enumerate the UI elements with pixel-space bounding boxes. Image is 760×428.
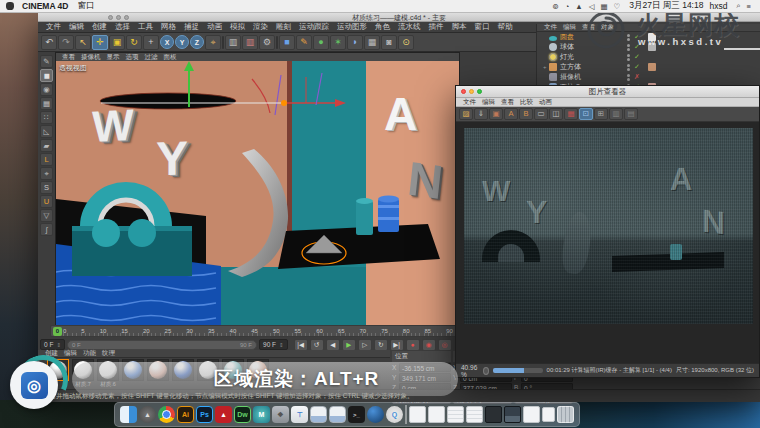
visibility-dots[interactable] xyxy=(624,54,632,61)
main-menu-item[interactable]: 脚本 xyxy=(448,22,471,32)
picture-viewer-titlebar[interactable]: 图片查看器 xyxy=(456,86,759,98)
time-machine-icon[interactable]: ◔ xyxy=(565,2,570,11)
rotate-tool-icon[interactable]: ↻ xyxy=(126,35,142,50)
picture-viewer-menu-item[interactable]: 比较 xyxy=(517,98,536,107)
magnet-snap-icon[interactable]: U xyxy=(40,195,53,208)
acrobat-reader[interactable]: ▲ xyxy=(215,406,232,423)
volume-icon[interactable]: ◁ xyxy=(589,2,595,11)
camera-icon[interactable]: ◙ xyxy=(381,35,397,50)
object-name[interactable]: 立方体 xyxy=(560,62,624,72)
terminal[interactable]: >_ xyxy=(348,406,365,423)
finder[interactable] xyxy=(120,406,137,423)
dream weaver[interactable]: Dw xyxy=(234,406,251,423)
minimized-doc-1[interactable] xyxy=(409,406,426,423)
main-menu-item[interactable]: 帮助 xyxy=(494,22,517,32)
main-menu-item[interactable]: 流水线 xyxy=(394,22,425,32)
workplane-mode-icon[interactable]: ▦ xyxy=(40,97,53,110)
loop-button[interactable]: ↻ xyxy=(374,339,388,351)
layout-single-icon[interactable]: ▭ xyxy=(534,108,548,120)
screen-share-icon[interactable]: ⊚ xyxy=(552,2,558,11)
object-manager-menu-item[interactable]: 文件 xyxy=(541,23,560,32)
spline-snap-icon[interactable]: ʃ xyxy=(40,223,53,236)
picture-viewer-menu-item[interactable]: 编辑 xyxy=(479,98,498,107)
object-manager-menu-item[interactable]: 编辑 xyxy=(560,23,579,32)
main-menu-item[interactable]: 工具 xyxy=(134,22,157,32)
media-app[interactable] xyxy=(367,406,384,423)
enabled-state-icon[interactable]: ✓ xyxy=(632,53,642,61)
material-menu-item[interactable]: 纹理 xyxy=(99,349,118,358)
minimized-page[interactable] xyxy=(542,407,555,422)
main-menu-item[interactable]: 窗口 xyxy=(471,22,494,32)
launchpad[interactable]: ▲ xyxy=(139,406,156,423)
polygons-mode-icon[interactable]: ▰ xyxy=(40,139,53,152)
live-selection-icon[interactable]: ↖ xyxy=(75,35,91,50)
minimized-doc-4[interactable] xyxy=(466,406,483,423)
main-menu-item[interactable]: 编辑 xyxy=(65,22,88,32)
enabled-state-icon[interactable]: ✗ xyxy=(632,73,642,81)
workplane-lock-icon[interactable]: ▽ xyxy=(40,209,53,222)
lock-x-axis-icon[interactable]: X xyxy=(160,35,174,49)
texture-mode-icon[interactable]: ◉ xyxy=(40,83,53,96)
picture-viewer-menu-item[interactable]: 文件 xyxy=(460,98,479,107)
圆盘[interactable]: 圆盘 ✓ xyxy=(537,32,760,42)
main-menu-item[interactable]: 创建 xyxy=(88,22,111,32)
object-name[interactable]: 球体 xyxy=(560,42,624,52)
compare-a-icon[interactable]: A xyxy=(504,108,518,120)
tweak-mode-icon[interactable]: ⌖ xyxy=(40,167,53,180)
material-menu-item[interactable]: 功能 xyxy=(80,349,99,358)
save-image-icon[interactable]: ⇓ xyxy=(474,108,488,120)
lock-z-axis-icon[interactable]: Z xyxy=(190,35,204,49)
texture-tag-thumb[interactable] xyxy=(648,63,656,71)
photos-app[interactable]: ❖ xyxy=(272,406,289,423)
texture-tag-thumb[interactable] xyxy=(648,73,656,81)
undo-icon[interactable]: ↶ xyxy=(41,35,57,50)
trash[interactable] xyxy=(557,406,574,423)
autokey-button[interactable]: ◉ xyxy=(422,339,436,351)
render-to-picture-viewer-icon[interactable]: ▥ xyxy=(242,35,258,50)
minimized-screenshot[interactable] xyxy=(504,406,521,423)
minimized-dark-window[interactable] xyxy=(485,406,502,423)
upload-icon[interactable]: ▲ xyxy=(575,2,582,11)
timeline-playhead[interactable]: 0 xyxy=(53,327,62,336)
摄像机[interactable]: 摄像机 ✗ xyxy=(537,72,760,82)
photoshop[interactable]: Ps xyxy=(196,406,213,423)
snap-icon[interactable]: S xyxy=(40,181,53,194)
visibility-dots[interactable] xyxy=(624,34,632,41)
minimized-doc-5[interactable] xyxy=(523,406,540,423)
light-icon[interactable]: ⊙ xyxy=(398,35,414,50)
minimized-doc-3[interactable] xyxy=(447,406,464,423)
finder-window-1[interactable] xyxy=(310,406,327,423)
go-to-start-button[interactable]: |◀ xyxy=(294,339,308,351)
next-frame-button[interactable]: ▷ xyxy=(358,339,372,351)
menubar-clock[interactable]: 3月27日 周三 14:18 xyxy=(629,0,703,12)
main-menu-item[interactable]: 角色 xyxy=(371,22,394,32)
texture-tag-thumb[interactable] xyxy=(648,53,656,61)
input-source-icon[interactable]: ▦ xyxy=(600,2,607,11)
visibility-dots[interactable] xyxy=(624,64,632,71)
texture-tag-thumb[interactable] xyxy=(648,33,656,41)
timeline-ruler[interactable]: 051015202530354045505560657075808590 0 xyxy=(50,325,460,337)
coordinate-system-icon[interactable]: ⌖ xyxy=(205,35,221,50)
record-keyframe-button[interactable]: ● xyxy=(406,339,420,351)
layout-grid-icon[interactable]: ▦ xyxy=(564,108,578,120)
visibility-dots[interactable] xyxy=(624,44,632,51)
play-button[interactable]: ▶ xyxy=(342,339,356,351)
maya[interactable]: M xyxy=(253,406,270,423)
main-menu-item[interactable]: 插件 xyxy=(425,22,448,32)
viewer-zoom-value[interactable]: 40.96 % xyxy=(461,364,479,378)
active-app-name[interactable]: CINEMA 4D xyxy=(22,1,68,11)
spotlight-icon[interactable]: ⌕ xyxy=(736,1,740,11)
main-menu-item[interactable]: 动画 xyxy=(203,22,226,32)
illustrator[interactable]: Ai xyxy=(177,406,194,423)
menubar-user[interactable]: hxsd xyxy=(709,1,727,11)
actual-size-icon[interactable]: ⊞ xyxy=(594,108,608,120)
previous-frame-button[interactable]: ◀ xyxy=(326,339,340,351)
enabled-state-icon[interactable]: ✓ xyxy=(632,63,642,71)
viewport-scene[interactable]: 透视视图 xyxy=(56,61,459,329)
make-editable-icon[interactable]: ✎ xyxy=(40,55,53,68)
chrome[interactable] xyxy=(158,406,175,423)
field-icon[interactable]: ◗ xyxy=(347,35,363,50)
fit-to-view-icon[interactable]: ⊡ xyxy=(579,108,593,120)
球体[interactable]: 球体 ✓ xyxy=(537,42,760,52)
compare-b-icon[interactable]: B xyxy=(519,108,533,120)
